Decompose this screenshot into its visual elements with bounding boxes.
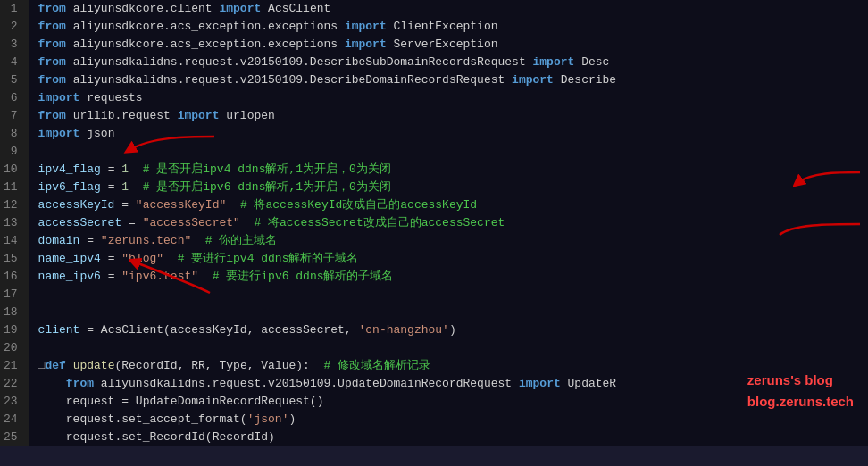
line-code bbox=[29, 143, 868, 161]
line-number: 21 bbox=[0, 357, 29, 375]
line-number: 8 bbox=[0, 125, 29, 143]
line-code: request.set_accept_format('json') bbox=[29, 411, 868, 429]
table-row: 5from aliyunsdkalidns.request.v20150109.… bbox=[0, 71, 868, 89]
line-number: 9 bbox=[0, 143, 29, 161]
line-number: 16 bbox=[0, 268, 29, 286]
table-row: 4from aliyunsdkalidns.request.v20150109.… bbox=[0, 54, 868, 71]
table-row: 7from urllib.request import urlopen bbox=[0, 107, 868, 125]
line-number: 24 bbox=[0, 411, 29, 429]
table-row: 1from aliyunsdkcore.client import AcsCli… bbox=[0, 0, 868, 18]
line-number: 23 bbox=[0, 393, 29, 411]
table-row: 22 from aliyunsdkalidns.request.v2015010… bbox=[0, 375, 868, 393]
code-table: 1from aliyunsdkcore.client import AcsCli… bbox=[0, 0, 868, 446]
line-number: 10 bbox=[0, 161, 29, 179]
line-code: name_ipv6 = "ipv6.test" # 要进行ipv6 ddns解析… bbox=[29, 268, 868, 286]
line-code: from aliyunsdkalidns.request.v20150109.D… bbox=[29, 54, 868, 71]
table-row: 6import requests bbox=[0, 89, 868, 107]
table-row: 23 request = UpdateDomainRecordRequest() bbox=[0, 393, 868, 411]
table-row: 25 request.set_RecordId(RecordId) bbox=[0, 429, 868, 446]
line-code: accessKeyId = "accessKeyId" # 将accessKey… bbox=[29, 196, 868, 214]
table-row: 12accessKeyId = "accessKeyId" # 将accessK… bbox=[0, 196, 868, 214]
line-number: 1 bbox=[0, 0, 29, 18]
line-code: from aliyunsdkalidns.request.v20150109.U… bbox=[29, 375, 868, 393]
line-number: 13 bbox=[0, 214, 29, 232]
line-code: name_ipv4 = "blog" # 要进行ipv4 ddns解析的子域名 bbox=[29, 250, 868, 268]
line-number: 17 bbox=[0, 286, 29, 304]
line-code: request.set_RecordId(RecordId) bbox=[29, 429, 868, 446]
table-row: 3from aliyunsdkcore.acs_exception.except… bbox=[0, 36, 868, 54]
table-row: 21□def update(RecordId, RR, Type, Value)… bbox=[0, 357, 868, 375]
line-code: import requests bbox=[29, 89, 868, 107]
table-row: 18 bbox=[0, 304, 868, 321]
code-editor: 1from aliyunsdkcore.client import AcsCli… bbox=[0, 0, 868, 466]
table-row: 11ipv6_flag = 1 # 是否开启ipv6 ddns解析,1为开启，0… bbox=[0, 179, 868, 196]
table-row: 10ipv4_flag = 1 # 是否开启ipv4 ddns解析,1为开启，0… bbox=[0, 161, 868, 179]
table-row: 8import json bbox=[0, 125, 868, 143]
table-row: 19client = AcsClient(accessKeyId, access… bbox=[0, 321, 868, 339]
line-code: client = AcsClient(accessKeyId, accessSe… bbox=[29, 321, 868, 339]
line-number: 2 bbox=[0, 18, 29, 36]
line-code: from aliyunsdkcore.acs_exception.excepti… bbox=[29, 18, 868, 36]
line-code: from aliyunsdkcore.acs_exception.excepti… bbox=[29, 36, 868, 54]
line-number: 25 bbox=[0, 429, 29, 446]
table-row: 24 request.set_accept_format('json') bbox=[0, 411, 868, 429]
line-number: 22 bbox=[0, 375, 29, 393]
table-row: 16name_ipv6 = "ipv6.test" # 要进行ipv6 ddns… bbox=[0, 268, 868, 286]
line-code: ipv4_flag = 1 # 是否开启ipv4 ddns解析,1为开启，0为关… bbox=[29, 161, 868, 179]
line-number: 3 bbox=[0, 36, 29, 54]
line-code: accessSecret = "accessSecret" # 将accessS… bbox=[29, 214, 868, 232]
line-code: from aliyunsdkcore.client import AcsClie… bbox=[29, 0, 868, 18]
line-code bbox=[29, 286, 868, 304]
line-code: from aliyunsdkalidns.request.v20150109.D… bbox=[29, 71, 868, 89]
line-code bbox=[29, 339, 868, 357]
line-number: 6 bbox=[0, 89, 29, 107]
line-number: 15 bbox=[0, 250, 29, 268]
line-number: 12 bbox=[0, 196, 29, 214]
line-number: 5 bbox=[0, 71, 29, 89]
table-row: 14domain = "zeruns.tech" # 你的主域名 bbox=[0, 232, 868, 250]
line-number: 14 bbox=[0, 232, 29, 250]
table-row: 20 bbox=[0, 339, 868, 357]
line-code: domain = "zeruns.tech" # 你的主域名 bbox=[29, 232, 868, 250]
line-number: 4 bbox=[0, 54, 29, 71]
table-row: 17 bbox=[0, 286, 868, 304]
table-row: 13accessSecret = "accessSecret" # 将acces… bbox=[0, 214, 868, 232]
table-row: 15name_ipv4 = "blog" # 要进行ipv4 ddns解析的子域… bbox=[0, 250, 868, 268]
line-number: 19 bbox=[0, 321, 29, 339]
line-number: 18 bbox=[0, 304, 29, 321]
line-number: 20 bbox=[0, 339, 29, 357]
line-code: ipv6_flag = 1 # 是否开启ipv6 ddns解析,1为开启，0为关… bbox=[29, 179, 868, 196]
line-code: from urllib.request import urlopen bbox=[29, 107, 868, 125]
line-number: 7 bbox=[0, 107, 29, 125]
line-code: request = UpdateDomainRecordRequest() bbox=[29, 393, 868, 411]
line-number: 11 bbox=[0, 179, 29, 196]
line-code: import json bbox=[29, 125, 868, 143]
line-code: □def update(RecordId, RR, Type, Value): … bbox=[29, 357, 868, 375]
line-code bbox=[29, 304, 868, 321]
table-row: 2from aliyunsdkcore.acs_exception.except… bbox=[0, 18, 868, 36]
table-row: 9 bbox=[0, 143, 868, 161]
